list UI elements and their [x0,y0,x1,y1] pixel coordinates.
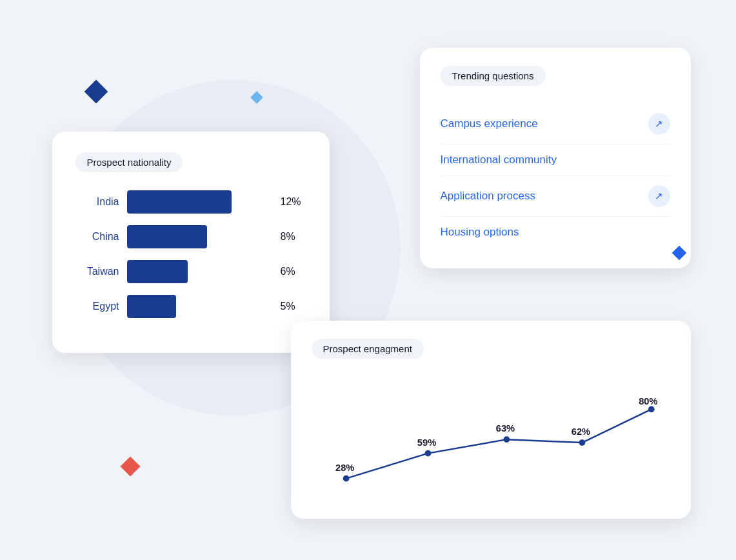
trending-arrow-icon: ↗ [648,185,670,207]
bar-track [127,190,273,214]
bar-country-label: China [75,231,119,243]
trending-item: Housing options [441,216,670,248]
bar-row: Taiwan6% [75,260,306,283]
bar-country-label: Egypt [75,301,119,312]
chart-data-point [424,450,431,457]
chart-point-label: 80% [639,396,657,406]
trending-item: Application process↗ [441,175,670,216]
bar-track [127,260,273,283]
bar-row: Egypt5% [75,295,306,318]
trending-item: International community [441,144,670,175]
trending-item-label: Application process [441,190,535,203]
diamond-dark-blue-icon [84,80,108,104]
chart-point-label: 62% [571,426,590,437]
trending-item-label: Housing options [441,226,519,239]
chart-point-label: 63% [495,423,514,434]
bar-percentage: 5% [281,301,306,312]
bars-container: India12%China8%Taiwan6%Egypt5% [75,190,306,318]
engagement-card: Prospect engagment 28%59%63%62%80% [291,321,691,519]
diamond-red-icon [120,456,140,476]
bar-percentage: 6% [281,266,306,277]
trending-item: Campus experience↗ [441,104,670,144]
bar-country-label: India [75,196,119,208]
bar-country-label: Taiwan [75,266,119,277]
chart-area: 28%59%63%62%80% [312,392,670,495]
trending-arrow-icon: ↗ [648,113,670,135]
chart-data-point [503,436,510,443]
dashboard-scene: Prospect nationality India12%China8%Taiw… [46,28,691,532]
bar-track [127,295,273,318]
line-chart: 28%59%63%62%80% [312,392,670,495]
trending-tag: Trending questions [441,66,546,86]
bar-row: China8% [75,225,306,248]
bar-row: India12% [75,190,306,214]
trending-list: Campus experience↗International communit… [441,104,670,248]
chart-point-label: 28% [335,463,354,473]
bar-fill [127,260,188,283]
trending-item-label: International community [441,154,557,166]
chart-data-point [648,406,654,412]
bar-fill [127,225,207,248]
bar-track [127,225,273,248]
engagement-tag: Prospect engagment [312,339,424,359]
chart-point-label: 59% [417,437,435,448]
trending-item-label: Campus experience [441,117,538,130]
bar-fill [127,190,232,214]
chart-data-point [579,439,585,446]
trending-card: Trending questions Campus experience↗Int… [420,48,691,268]
bar-percentage: 8% [281,231,306,243]
chart-data-point [343,475,349,482]
nationality-card: Prospect nationality India12%China8%Taiw… [52,132,330,353]
bar-percentage: 12% [281,196,306,208]
nationality-tag: Prospect nationality [75,152,183,172]
bar-fill [127,295,177,318]
